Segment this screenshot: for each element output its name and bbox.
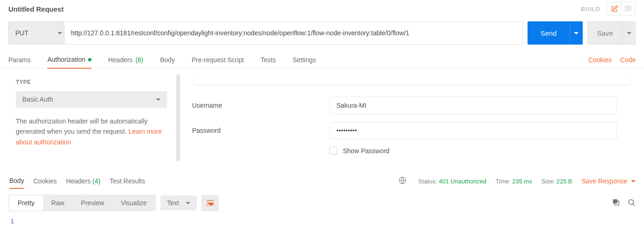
response-tab-body[interactable]: Body bbox=[9, 173, 24, 189]
svg-point-8 bbox=[629, 200, 634, 205]
request-title: Untitled Request bbox=[8, 5, 64, 13]
show-password-checkbox[interactable] bbox=[329, 147, 337, 155]
password-input[interactable] bbox=[329, 122, 617, 139]
chevron-down-icon bbox=[58, 32, 62, 34]
line-number: 1 bbox=[8, 218, 22, 225]
view-raw[interactable]: Raw bbox=[43, 195, 73, 210]
url-input[interactable] bbox=[64, 21, 523, 45]
tab-body[interactable]: Body bbox=[160, 52, 175, 68]
chevron-down-icon bbox=[631, 180, 636, 182]
response-tab-headers[interactable]: Headers (4) bbox=[66, 174, 101, 188]
search-icon[interactable] bbox=[627, 198, 636, 208]
save-button[interactable]: Save bbox=[587, 21, 623, 45]
build-label[interactable]: BUILD bbox=[581, 6, 600, 13]
copy-icon[interactable] bbox=[612, 198, 620, 208]
response-tab-test-results[interactable]: Test Results bbox=[109, 174, 145, 188]
svg-line-9 bbox=[633, 204, 635, 206]
response-tab-cookies[interactable]: Cookies bbox=[33, 174, 57, 188]
cookies-link[interactable]: Cookies bbox=[588, 56, 612, 64]
time-stat[interactable]: Time: 235 ms bbox=[496, 178, 532, 185]
method-select[interactable]: PUT bbox=[8, 21, 69, 45]
chevron-down-icon bbox=[156, 98, 161, 101]
chevron-down-icon bbox=[574, 32, 579, 34]
username-label: Username bbox=[192, 102, 329, 109]
send-button[interactable]: Send bbox=[528, 21, 570, 45]
tab-settings[interactable]: Settings bbox=[292, 52, 316, 68]
line-wrap-button[interactable] bbox=[201, 195, 219, 211]
tab-headers[interactable]: Headers (8) bbox=[108, 52, 143, 68]
comment-icon[interactable] bbox=[621, 2, 635, 15]
tab-params[interactable]: Params bbox=[8, 52, 31, 68]
status-dot-icon bbox=[88, 58, 91, 61]
method-value: PUT bbox=[15, 29, 28, 37]
username-input[interactable] bbox=[329, 97, 617, 114]
view-visualize[interactable]: Visualize bbox=[112, 195, 155, 210]
tab-authorization[interactable]: Authorization bbox=[47, 51, 91, 69]
format-select[interactable]: Text bbox=[161, 195, 197, 210]
auth-type-select[interactable]: Basic Auth bbox=[16, 91, 167, 108]
status-stat[interactable]: Status: 401 Unauthorized bbox=[419, 178, 487, 185]
auth-type-label: TYPE bbox=[16, 79, 164, 85]
tab-prerequest-script[interactable]: Pre-request Script bbox=[192, 52, 244, 68]
edit-icon[interactable] bbox=[607, 2, 621, 15]
password-label: Password bbox=[192, 127, 329, 134]
field-box bbox=[192, 77, 632, 85]
show-password-label: Show Password bbox=[343, 147, 389, 155]
size-stat[interactable]: Size: 225 B bbox=[541, 178, 573, 185]
tab-label: Headers bbox=[66, 177, 91, 185]
header-count: (8) bbox=[135, 56, 143, 64]
view-pretty[interactable]: Pretty bbox=[9, 195, 43, 210]
response-body-area[interactable]: 1 bbox=[0, 216, 644, 231]
view-preview[interactable]: Preview bbox=[73, 195, 113, 210]
header-count: (4) bbox=[92, 177, 100, 185]
save-dropdown[interactable] bbox=[623, 21, 636, 45]
save-response-button[interactable]: Save Response bbox=[581, 177, 636, 185]
tab-label: Authorization bbox=[47, 56, 85, 63]
globe-icon[interactable] bbox=[399, 176, 406, 186]
auth-help-text: The authorization header will be automat… bbox=[16, 116, 164, 147]
tab-tests[interactable]: Tests bbox=[261, 52, 276, 68]
chevron-down-icon bbox=[627, 32, 631, 34]
code-link[interactable]: Code bbox=[620, 56, 636, 64]
chevron-down-icon bbox=[186, 202, 190, 204]
auth-type-value: Basic Auth bbox=[22, 96, 53, 103]
send-dropdown[interactable] bbox=[570, 21, 583, 45]
svg-rect-7 bbox=[613, 199, 617, 203]
tab-label: Headers bbox=[108, 56, 133, 64]
resize-handle[interactable] bbox=[176, 74, 180, 161]
format-value: Text bbox=[167, 199, 179, 207]
